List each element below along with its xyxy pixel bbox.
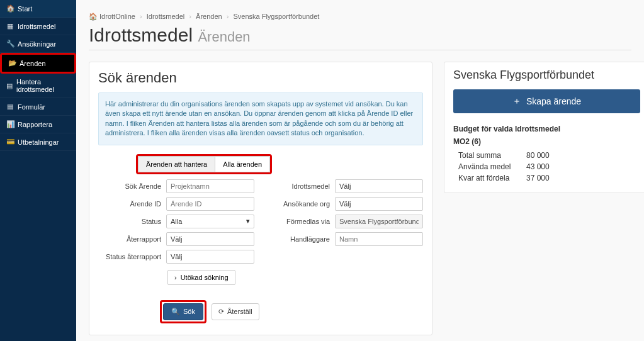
sidebar-item-label: Hantera idrottsmedel <box>16 78 70 93</box>
sidebar: 🏠 Start ▦ Idrottsmedel 🔧 Ansökningar 📂 Ä… <box>0 0 76 341</box>
budget-label: Kvar att fördela <box>458 174 521 182</box>
list-icon: ▤ <box>6 82 13 90</box>
label-handlaggare: Handläggare <box>267 235 330 243</box>
label-arende-id: Ärende ID <box>98 200 161 208</box>
home-icon: 🏠 <box>6 4 14 13</box>
label-status-aterrapport: Status återrapport <box>98 253 161 260</box>
sidebar-item-idrottsmedel[interactable]: ▦ Idrottsmedel <box>0 18 76 35</box>
sidebar-item-arenden[interactable]: 📂 Ärenden <box>0 53 76 74</box>
tab-arenden-att-hantera[interactable]: Ärenden att hantera <box>138 156 215 172</box>
sidebar-item-label: Formulär <box>18 103 45 111</box>
home-icon: 🏠 <box>89 13 98 20</box>
sidebar-item-label: Rapportera <box>18 121 52 128</box>
handlaggare-input[interactable] <box>335 232 423 246</box>
sidebar-item-label: Utbetalningar <box>18 138 59 146</box>
aterstall-button[interactable]: ⟳ Återställ <box>212 303 259 320</box>
sidebar-item-rapportera[interactable]: 📊 Rapportera <box>0 116 76 133</box>
ansok-org-select[interactable]: Välj <box>335 197 423 211</box>
budget-sub: MO2 (6) <box>453 137 640 146</box>
form-icon: ▤ <box>6 103 14 111</box>
main-content: 🏠 IdrottOnline › Idrottsmedel › Ärenden … <box>76 0 644 341</box>
breadcrumb: 🏠 IdrottOnline › Idrottsmedel › Ärenden … <box>89 13 631 21</box>
folder-icon: 📂 <box>8 59 16 67</box>
breadcrumb-home[interactable]: IdrottOnline <box>99 13 135 20</box>
reset-label: Återställ <box>227 308 252 315</box>
sok-label: Sök <box>183 308 195 315</box>
budget-row: Kvar att fördela 37 000 <box>453 174 640 182</box>
aterrapport-select[interactable]: Välj <box>166 232 254 246</box>
budget-title: Budget för valda Idrottsmedel <box>453 125 640 133</box>
chart-icon: 📊 <box>6 120 14 128</box>
budget-row: Total summa 80 000 <box>453 151 640 160</box>
sidebar-item-label: Start <box>18 5 32 13</box>
tab-alla-arenden[interactable]: Alla ärenden <box>215 156 270 172</box>
chevron-down-icon: ▾ <box>246 217 250 225</box>
sidebar-item-label: Idrottsmedel <box>18 23 56 30</box>
skapa-arende-button[interactable]: ＋ Skapa ärende <box>453 89 640 113</box>
page-title: Idrottsmedel Ärenden <box>89 25 631 50</box>
projektnamn-input[interactable] <box>166 179 254 193</box>
plus-icon: ＋ <box>512 96 521 107</box>
budget-label: Använda medel <box>458 162 521 171</box>
sidebar-item-start[interactable]: 🏠 Start <box>0 0 76 18</box>
arende-id-input[interactable] <box>166 197 254 211</box>
utokad-label: Utökad sökning <box>181 274 229 281</box>
sidebar-item-label: Ansökningar <box>18 40 56 48</box>
budget-label: Total summa <box>458 151 521 160</box>
grid-icon: ▦ <box>6 22 14 30</box>
search-heading: Sök ärenden <box>98 70 423 86</box>
refresh-icon: ⟳ <box>218 308 224 316</box>
sidebar-item-formular[interactable]: ▤ Formulär <box>0 98 76 116</box>
search-panel: Sök ärenden Här administrerar du din org… <box>89 62 432 335</box>
breadcrumb-item[interactable]: Idrottsmedel <box>147 13 185 20</box>
utokad-sokning-button[interactable]: › Utökad sökning <box>167 270 235 285</box>
sidebar-item-utbetalningar[interactable]: 💳 Utbetalningar <box>0 133 76 151</box>
create-label: Skapa ärende <box>526 96 581 106</box>
idrottsmedel-select[interactable]: Välj <box>335 179 423 193</box>
label-aterrapport: Återrapport <box>98 235 161 243</box>
status-ater-select[interactable]: Välj <box>166 250 254 264</box>
label-sok-arende: Sök Ärende <box>98 182 161 190</box>
label-formedlas: Förmedlas via <box>267 218 330 225</box>
breadcrumb-current: Svenska Flygsportförbundet <box>233 13 319 20</box>
org-heading: Svenska Flygsportförbundet <box>453 69 640 82</box>
label-ansok-org: Ansökande org <box>267 200 330 208</box>
page-title-sub: Ärenden <box>198 29 250 45</box>
chevron-right-icon: › <box>174 274 177 281</box>
sok-button[interactable]: 🔍 Sök <box>163 303 203 320</box>
info-box: Här administrerar du din organisations ä… <box>98 92 423 145</box>
wrench-icon: 🔧 <box>6 40 14 48</box>
sidebar-item-label: Ärenden <box>20 60 46 67</box>
search-icon: 🔍 <box>171 308 180 316</box>
budget-row: Använda medel 43 000 <box>453 162 640 171</box>
sidebar-item-ansokningar[interactable]: 🔧 Ansökningar <box>0 35 76 53</box>
filter-tabs: Ärenden att hantera Alla ärenden <box>136 154 272 174</box>
sidebar-item-hantera[interactable]: ▤ Hantera idrottsmedel <box>0 74 76 98</box>
budget-value: 43 000 <box>526 162 550 171</box>
budget-value: 37 000 <box>526 174 550 182</box>
card-icon: 💳 <box>6 138 14 146</box>
page-title-main: Idrottsmedel <box>89 25 193 45</box>
breadcrumb-item[interactable]: Ärenden <box>196 13 222 20</box>
summary-panel: Svenska Flygsportförbundet ＋ Skapa ärend… <box>444 62 644 193</box>
status-select[interactable]: Alla▾ <box>166 215 254 228</box>
label-idrottsmedel: Idrottsmedel <box>267 182 330 190</box>
formedlas-input[interactable] <box>335 215 423 228</box>
label-status: Status <box>98 218 161 225</box>
budget-value: 80 000 <box>526 151 550 160</box>
